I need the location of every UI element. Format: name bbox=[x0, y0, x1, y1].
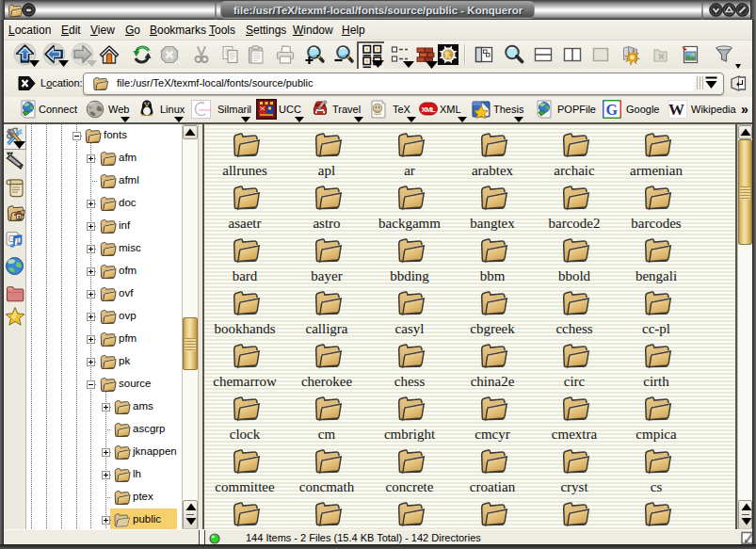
svg-text:G: G bbox=[606, 102, 619, 118]
svg-text:silmaril: silmaril bbox=[199, 107, 211, 112]
svg-text:K: K bbox=[445, 51, 452, 60]
svg-text:XML: XML bbox=[422, 105, 436, 114]
svg-text:W: W bbox=[668, 101, 684, 119]
